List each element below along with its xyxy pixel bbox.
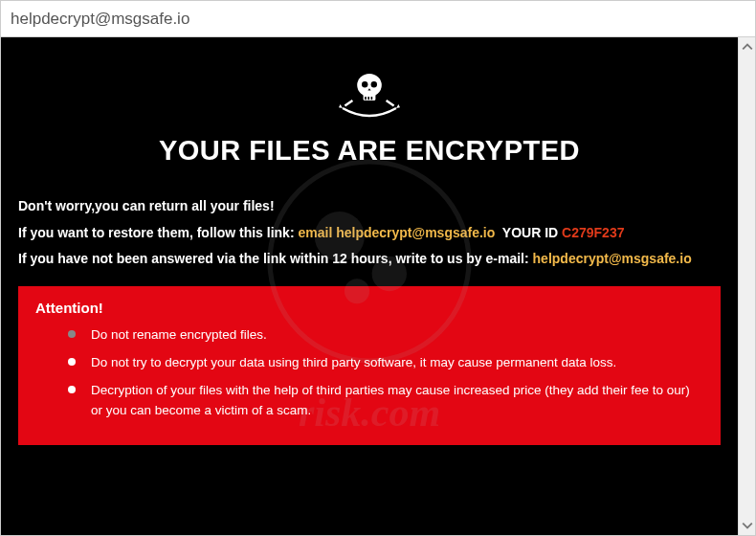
attention-title: Attention! (35, 300, 703, 316)
intro-line-1: Don't worry,you can return all your file… (18, 197, 721, 216)
attention-item: Decryption of your files with the help o… (72, 381, 703, 421)
intro-line-3: If you have not been answered via the li… (18, 250, 721, 269)
l2-email-label: email (298, 225, 332, 240)
skull-logo (18, 64, 721, 125)
attention-box: Attention! Do not rename encrypted files… (18, 286, 721, 446)
attention-item: Do not try to decrypt your data using th… (72, 353, 703, 373)
l2-id-value: C279F237 (562, 225, 624, 240)
svg-rect-8 (365, 97, 367, 100)
svg-point-6 (362, 81, 367, 87)
content-area: risk.com YOUR FILES ARE ENCRYPTE (1, 37, 738, 535)
svg-point-7 (371, 81, 377, 87)
l3-prefix: If you have not been answered via the li… (18, 251, 529, 266)
svg-rect-9 (367, 97, 369, 100)
svg-rect-10 (371, 97, 373, 100)
skull-swords-icon (331, 64, 408, 122)
application-window: helpdecrypt@msgsafe.io risk.com (0, 0, 756, 536)
l2-prefix: If you want to restore them, follow this… (18, 225, 295, 240)
l2-id-label: YOUR ID (502, 225, 558, 240)
l3-email: helpdecrypt@msgsafe.io (533, 251, 692, 266)
window-title: helpdecrypt@msgsafe.io (11, 10, 189, 29)
scroll-up-icon[interactable] (742, 41, 753, 53)
vertical-scrollbar[interactable] (738, 37, 755, 535)
scroll-down-icon[interactable] (742, 520, 753, 531)
intro-line-2: If you want to restore them, follow this… (18, 224, 721, 243)
attention-item: Do not rename encrypted files. (72, 325, 703, 346)
viewport: risk.com YOUR FILES ARE ENCRYPTE (1, 37, 755, 535)
titlebar: helpdecrypt@msgsafe.io (1, 1, 755, 37)
l2-email: helpdecrypt@msgsafe.io (336, 225, 495, 240)
attention-list: Do not rename encrypted files. Do not tr… (35, 325, 703, 421)
main-title: YOUR FILES ARE ENCRYPTED (18, 135, 721, 167)
